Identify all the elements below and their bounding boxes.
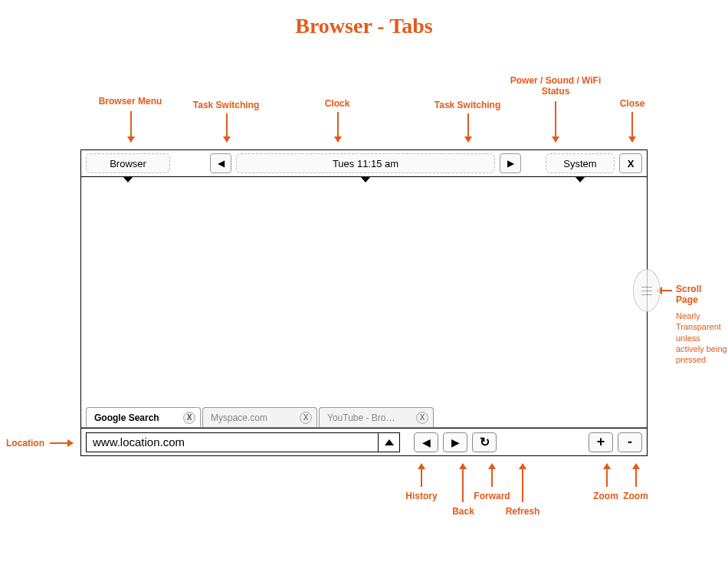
ann-task-switching-left: Task Switching: [188, 100, 264, 110]
triangle-left-icon: ◀: [218, 158, 225, 169]
refresh-button[interactable]: ↻: [472, 432, 497, 452]
minus-icon: -: [628, 434, 632, 450]
ann-task-switching-right: Task Switching: [429, 100, 506, 110]
ann-browser-menu: Browser Menu: [92, 96, 169, 107]
browser-menu-label: Browser: [110, 158, 146, 169]
system-menu-label: System: [563, 158, 596, 169]
location-input[interactable]: [87, 433, 378, 452]
arrow-icon: [522, 464, 523, 502]
back-button[interactable]: ◀: [414, 432, 438, 452]
page-title: Browser - Tabs: [0, 0, 728, 38]
tab-close-button[interactable]: X: [416, 412, 428, 424]
clock-button[interactable]: Tues 11:15 am: [236, 153, 495, 173]
forward-button[interactable]: ▶: [443, 432, 467, 452]
tab-label: Google Search: [94, 412, 177, 423]
ann-close: Close: [613, 98, 651, 109]
tab-myspace[interactable]: Myspace.com X: [202, 407, 317, 427]
task-next-button[interactable]: ▶: [500, 153, 521, 173]
zoom-out-button[interactable]: -: [618, 432, 642, 452]
ann-refresh: Refresh: [503, 506, 542, 517]
arrow-icon: [631, 112, 633, 142]
arrow-icon: [491, 464, 493, 487]
ann-power-sound-wifi: Power / Sound / WiFi Status: [506, 75, 605, 97]
triangle-right-icon: ▶: [507, 158, 514, 169]
close-icon: X: [628, 158, 635, 169]
browser-menu-button[interactable]: Browser: [86, 153, 170, 173]
arrow-icon: [337, 112, 339, 142]
tab-label: YouTube - Bro…: [327, 412, 410, 423]
top-bar: Browser ◀ Tues 11:15 am ▶ System X: [81, 150, 647, 177]
triangle-right-icon: ▶: [451, 436, 460, 449]
grip-line-icon: [641, 294, 652, 295]
scroll-handle[interactable]: [633, 269, 661, 312]
tab-youtube[interactable]: YouTube - Bro… X: [319, 407, 434, 427]
task-prev-button[interactable]: ◀: [210, 153, 231, 173]
content-area: [81, 177, 647, 403]
arrow-icon: [462, 464, 464, 502]
arrow-icon: [50, 442, 73, 444]
ann-history: History: [402, 491, 441, 501]
arrow-icon: [606, 464, 608, 487]
ann-location: Location: [6, 438, 48, 449]
ann-back: Back: [446, 506, 480, 517]
clock-label: Tues 11:15 am: [333, 158, 398, 169]
ann-scroll-note: Nearly Transparent unless actively being…: [676, 310, 728, 365]
ann-scroll-page: Scroll Page: [676, 284, 722, 306]
ann-zoom-out: Zoom: [618, 491, 653, 501]
arrow-icon: [226, 113, 228, 142]
location-bar: [86, 432, 400, 452]
arrow-icon: [555, 101, 556, 142]
history-dropdown-button[interactable]: [378, 433, 399, 452]
arrow-icon: [467, 113, 469, 142]
tab-google-search[interactable]: Google Search X: [86, 407, 201, 427]
system-menu-button[interactable]: System: [546, 153, 615, 173]
tab-close-button[interactable]: X: [300, 412, 312, 424]
triangle-up-icon: [385, 439, 394, 445]
bottom-bar: ◀ ▶ ↻ + -: [81, 428, 647, 455]
arrow-icon: [635, 464, 637, 487]
arrow-icon: [421, 464, 422, 487]
tab-close-button[interactable]: X: [183, 412, 195, 424]
tab-label: Myspace.com: [211, 412, 293, 423]
browser-window: Browser ◀ Tues 11:15 am ▶ System X: [80, 150, 648, 456]
refresh-icon: ↻: [480, 435, 490, 449]
plus-icon: +: [597, 434, 605, 450]
close-button[interactable]: X: [619, 153, 642, 173]
arrow-icon: [130, 111, 132, 142]
triangle-left-icon: ◀: [422, 436, 431, 449]
zoom-in-button[interactable]: +: [589, 432, 613, 452]
ann-clock: Clock: [314, 98, 360, 109]
ann-forward: Forward: [473, 491, 511, 501]
grip-line-icon: [641, 287, 652, 288]
grip-line-icon: [641, 291, 652, 291]
tab-bar: Google Search X Myspace.com X YouTube - …: [81, 403, 647, 428]
